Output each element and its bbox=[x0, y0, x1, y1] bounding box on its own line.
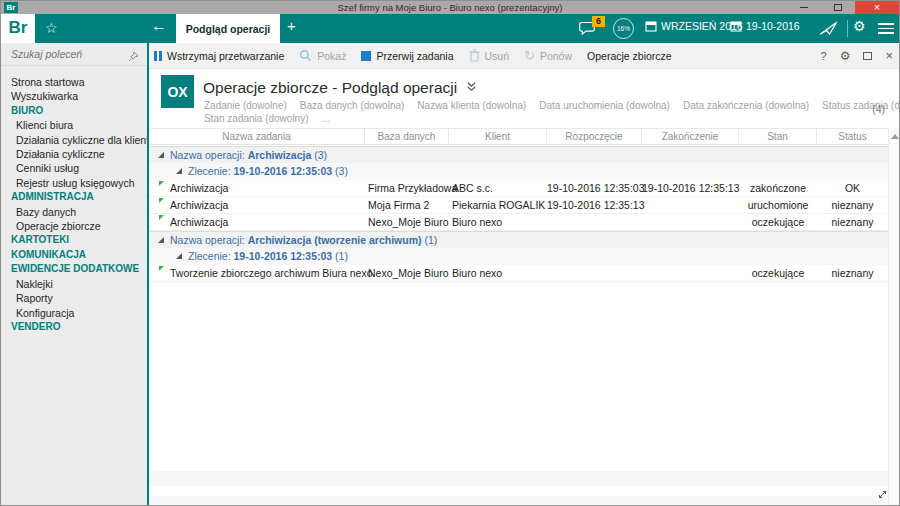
green-marker-icon bbox=[159, 181, 164, 186]
filter-chip-baza-danych-dowolna[interactable]: Baza danych (dowolna) bbox=[300, 100, 405, 111]
restore-window-icon[interactable] bbox=[863, 52, 872, 60]
sidebar-item-rejestr-usług-księgowych[interactable]: Rejestr usług księgowych bbox=[1, 176, 147, 190]
chevron-double-down-icon[interactable] bbox=[466, 78, 477, 96]
sidebar-section-kartoteki[interactable]: KARTOTEKI bbox=[1, 233, 147, 247]
table-row[interactable]: ArchiwizacjaNexo_Moje BiuroBiuro nexoocz… bbox=[149, 214, 888, 231]
table-cell: oczekujące bbox=[739, 214, 817, 230]
table-cell: Biuro nexo bbox=[449, 265, 547, 281]
background-band bbox=[149, 471, 888, 486]
group-prefix: Nazwa operacji: bbox=[170, 149, 248, 161]
table-header-status[interactable]: Status bbox=[817, 129, 888, 144]
table-group-row[interactable]: Nazwa operacji: Archiwizacja (tworzenie … bbox=[149, 231, 888, 248]
sidebar-section-komunikacja[interactable]: KOMUNIKACJA bbox=[1, 248, 147, 262]
table-header-stan[interactable]: Stan bbox=[739, 129, 817, 144]
filter-chip-nazwa-klienta-dowolna[interactable]: Nazwa klienta (dowolna) bbox=[417, 100, 526, 111]
table-group-row[interactable]: Zlecenie: 19-10-2016 12:35:03 (1) bbox=[149, 248, 888, 265]
table-group-row[interactable]: Zlecenie: 19-10-2016 12:35:03 (3) bbox=[149, 163, 888, 180]
expand-triangle-icon[interactable] bbox=[176, 168, 182, 174]
sidebar-section-vendero[interactable]: VENDERO bbox=[1, 320, 147, 334]
toolbar-button-przerwij-zadania[interactable]: Przerwij zadania bbox=[361, 50, 453, 62]
sidebar-item-bazy-danych[interactable]: Bazy danych bbox=[1, 205, 147, 219]
toolbar-button-ponów[interactable]: ↻Ponów bbox=[524, 50, 572, 62]
filter-chip-[interactable]: ... bbox=[322, 113, 330, 124]
filter-chip-status-zadania-dowolny[interactable]: Status zadania (dowolny) bbox=[822, 100, 900, 111]
sidebar-section-administracja[interactable]: ADMINISTRACJA bbox=[1, 190, 147, 204]
table-header-nazwa-zadania[interactable]: Nazwa zadania bbox=[149, 129, 365, 144]
sidebar-item-raporty[interactable]: Raporty bbox=[1, 291, 147, 305]
sidebar-item-klienci-biura[interactable]: Klienci biura bbox=[1, 118, 147, 132]
sidebar-section-ewidencje-dodatkowe[interactable]: EWIDENCJE DODATKOWE bbox=[1, 262, 147, 276]
close-button[interactable]: × bbox=[855, 1, 899, 14]
toolbar-right-icons: ? ⚙ × bbox=[821, 43, 893, 69]
window-title: Szef firmy na Moje Biuro - Biuro nexo (p… bbox=[1, 1, 899, 14]
close-view-icon[interactable]: × bbox=[885, 50, 893, 62]
send-button[interactable] bbox=[819, 21, 838, 40]
table-cell: Nexo_Moje Biuro bbox=[365, 265, 449, 281]
sidebar-item-strona-startowa[interactable]: Strona startowa bbox=[1, 75, 147, 89]
settings-gear-icon[interactable]: ⚙ bbox=[853, 18, 866, 34]
filter-chip-data-uruchomienia-dowolna[interactable]: Data uruchomienia (dowolna) bbox=[539, 100, 670, 111]
stop-icon bbox=[361, 51, 371, 61]
table-header-klient[interactable]: Klient bbox=[449, 129, 547, 144]
new-tab-button[interactable]: + bbox=[287, 17, 296, 34]
toolbar-button-label: Operacje zbiorcze bbox=[587, 50, 672, 62]
toolbar-button-label: Przerwij zadania bbox=[376, 50, 453, 62]
table-cell: 19-10-2016 12:35:13 bbox=[547, 197, 642, 213]
sidebar-section-biuro[interactable]: BIURO bbox=[1, 104, 147, 118]
view-settings-gear-icon[interactable]: ⚙ bbox=[840, 49, 851, 63]
sidebar-item-konfiguracja[interactable]: Konfiguracja bbox=[1, 306, 147, 320]
app-logo[interactable]: Br bbox=[1, 14, 35, 43]
table-row[interactable]: ArchiwizacjaFirma PrzykładowaABC s.c.19-… bbox=[149, 180, 888, 197]
toolbar-button-wstrzymaj-przetwarzanie[interactable]: Wstrzymaj przetwarzanie bbox=[154, 50, 284, 62]
command-search[interactable] bbox=[1, 43, 147, 66]
month-selector[interactable]: WRZESIEŃ 2016 bbox=[645, 20, 743, 32]
table-cell bbox=[547, 265, 642, 281]
app-header-bar: Br ☆ ← Podgląd operacji + 6 16% WRZESIEŃ… bbox=[1, 14, 899, 43]
date-selector[interactable]: 19-10-2016 bbox=[730, 20, 800, 32]
table-header-rozpoczęcie[interactable]: Rozpoczęcie bbox=[547, 129, 642, 144]
group-prefix: Zlecenie: bbox=[188, 250, 234, 262]
table-row[interactable]: ArchiwizacjaMoja Firma 2Piekarnia ROGALI… bbox=[149, 197, 888, 214]
help-icon[interactable]: ? bbox=[821, 50, 827, 62]
send-icon bbox=[819, 21, 838, 36]
sidebar-item-naklejki[interactable]: Naklejki bbox=[1, 277, 147, 291]
pin-icon[interactable] bbox=[128, 48, 139, 66]
filter-chip-stan-zadania-dowolny[interactable]: Stan zadania (dowolny) bbox=[204, 113, 309, 124]
toolbar-button-usuń[interactable]: Usuń bbox=[469, 49, 510, 64]
maximize-button[interactable] bbox=[823, 1, 853, 14]
filter-chip-data-zakończenia-dowolna[interactable]: Data zakończenia (dowolna) bbox=[683, 100, 809, 111]
table-group-row[interactable]: Nazwa operacji: Archiwizacja (3) bbox=[149, 146, 888, 163]
sidebar-item-cenniki-usług[interactable]: Cenniki usług bbox=[1, 161, 147, 175]
sidebar-item-wyszukiwarka[interactable]: Wyszukiwarka bbox=[1, 89, 147, 103]
filter-chip-zadanie-dowolne[interactable]: Zadanie (dowolne) bbox=[204, 100, 287, 111]
sidebar-item-działania-cykliczne[interactable]: Działania cykliczne bbox=[1, 147, 147, 161]
expand-triangle-icon[interactable] bbox=[176, 253, 182, 259]
calendar-icon bbox=[730, 20, 742, 32]
scroll-up-arrow-icon[interactable] bbox=[891, 134, 899, 139]
vertical-scrollbar[interactable] bbox=[888, 128, 900, 505]
search-input[interactable] bbox=[1, 43, 147, 65]
percent-indicator[interactable]: 16% bbox=[613, 18, 634, 39]
group-prefix: Zlecenie: bbox=[188, 165, 234, 177]
table-cell: ABC s.c. bbox=[449, 180, 547, 196]
favorites-star-icon[interactable]: ☆ bbox=[45, 19, 58, 37]
table-row[interactable]: Tworzenie zbiorczego archiwum Biura nexo… bbox=[149, 265, 888, 282]
toolbar-button-operacje-zbiorcze[interactable]: Operacje zbiorcze bbox=[587, 50, 672, 62]
expand-triangle-icon[interactable] bbox=[158, 152, 164, 158]
table-header-zakończenie[interactable]: Zakończenie bbox=[642, 129, 739, 144]
notifications-button[interactable]: 6 bbox=[579, 21, 597, 40]
resize-grip-icon[interactable] bbox=[876, 487, 889, 505]
tab-podglad-operacji[interactable]: Podgląd operacji bbox=[176, 14, 280, 43]
minimize-button[interactable] bbox=[789, 1, 819, 14]
table-cell: nieznany bbox=[817, 214, 888, 230]
back-arrow-icon[interactable]: ← bbox=[151, 17, 167, 35]
main-content: OX Operacje zbiorcze - Podgląd operacji … bbox=[149, 69, 899, 505]
toolbar-button-pokaż[interactable]: Pokaż bbox=[299, 49, 346, 64]
sidebar-item-operacje-zbiorcze[interactable]: Operacje zbiorcze bbox=[1, 219, 147, 233]
hamburger-menu-icon[interactable] bbox=[878, 23, 894, 37]
sidebar-item-działania-cykliczne-dla-klienta[interactable]: Działania cykliczne dla klienta bbox=[1, 133, 147, 147]
table-cell: nieznany bbox=[817, 265, 888, 281]
table-header-baza-danych[interactable]: Baza danych bbox=[365, 129, 449, 144]
expand-triangle-icon[interactable] bbox=[158, 237, 164, 243]
table-cell bbox=[642, 197, 739, 213]
